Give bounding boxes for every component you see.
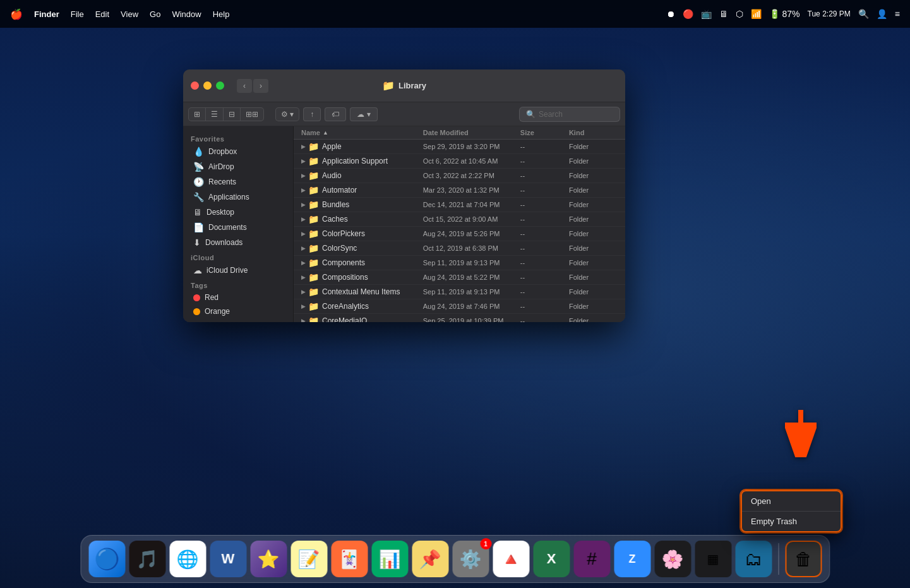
file-list: Name ▲ Date Modified Size Kind ▶📁Apple S…	[294, 126, 625, 322]
menubar-control-center[interactable]: ≡	[895, 9, 900, 19]
header-date[interactable]: Date Modified	[423, 129, 520, 136]
dock-item-trash[interactable]: 🗑	[785, 541, 822, 577]
sidebar-item-tag-yellow[interactable]: Yellow	[186, 318, 290, 322]
sidebar-item-downloads[interactable]: ⬇ Downloads	[186, 235, 290, 250]
documents-icon: 📄	[193, 222, 204, 232]
table-row[interactable]: ▶📁Bundles Dec 14, 2021 at 7:04 PM -- Fol…	[294, 198, 625, 212]
file-list-header: Name ▲ Date Modified Size Kind	[294, 126, 625, 140]
table-row[interactable]: ▶📁Caches Oct 15, 2022 at 9:00 AM -- Fold…	[294, 212, 625, 227]
minimize-button[interactable]	[203, 81, 212, 90]
table-row[interactable]: ▶📁Audio Oct 3, 2022 at 2:22 PM -- Folder	[294, 169, 625, 183]
sort-btn[interactable]: ⚙ ▾	[276, 108, 299, 121]
table-row[interactable]: ▶📁Contextual Menu Items Sep 11, 2019 at …	[294, 285, 625, 299]
finder-body: Favorites 💧 Dropbox 📡 AirDrop 🕐 Recents …	[183, 126, 625, 322]
sidebar-item-airdrop[interactable]: 📡 AirDrop	[186, 159, 290, 174]
dock-item-drive[interactable]: 🔺	[493, 541, 529, 577]
title-folder-icon: 📁	[382, 80, 395, 92]
dock-item-stickies[interactable]: 📌	[412, 541, 448, 577]
dock-item-word[interactable]: W	[210, 541, 246, 577]
favorites-label: Favorites	[183, 131, 293, 144]
dock-item-slack[interactable]: #	[573, 541, 610, 577]
view-list-btn[interactable]: ☰	[206, 108, 224, 121]
dock-item-reeder[interactable]: ⭐	[250, 541, 287, 577]
menubar-display[interactable]: 🖥	[719, 9, 728, 19]
dock: 🔵 🎵 🌐 W ⭐ 📝 🃏 📊 📌 ⚙️ 1 🔺 X #	[80, 535, 830, 583]
dock-item-finder[interactable]: 🔵	[88, 541, 125, 577]
trash-icon: 🗑	[794, 549, 812, 570]
table-row[interactable]: ▶📁Application Support Oct 6, 2022 at 10:…	[294, 154, 625, 169]
table-row[interactable]: ▶📁Apple Sep 29, 2019 at 3:20 PM -- Folde…	[294, 140, 625, 154]
dock-item-cards[interactable]: 🃏	[331, 541, 368, 577]
dock-item-mission-control[interactable]: ▦	[695, 541, 731, 577]
dock-item-zoom[interactable]: Z	[614, 541, 650, 577]
finder-window: ‹ › 📁 Library ⊞ ☰ ⊟ ⊞⊞ ⚙ ▾ ↑ 🏷 ☁ ▾ 🔍 Sea…	[183, 69, 625, 322]
view-button-group: ⊞ ☰ ⊟ ⊞⊞	[188, 107, 264, 121]
sidebar-tag-red-label: Red	[205, 293, 219, 302]
dock-item-finder2[interactable]: 🗂	[735, 541, 772, 577]
dock-item-numbers[interactable]: 📊	[371, 541, 408, 577]
menubar-view[interactable]: View	[121, 9, 138, 19]
close-button[interactable]	[191, 81, 199, 90]
menubar-window[interactable]: Window	[172, 9, 201, 19]
context-open[interactable]: Open	[742, 491, 841, 511]
view-column-btn[interactable]: ⊟	[224, 108, 241, 121]
table-row[interactable]: ▶📁Automator Mar 23, 2020 at 1:32 PM -- F…	[294, 183, 625, 198]
sidebar-item-tag-red[interactable]: Red	[186, 291, 290, 304]
traffic-lights	[191, 81, 224, 90]
share-btn[interactable]: ↑	[303, 107, 321, 121]
menubar-screen-record[interactable]: ⏺	[666, 9, 675, 19]
search-box[interactable]: 🔍 Search	[519, 107, 620, 122]
sidebar-item-documents[interactable]: 📄 Documents	[186, 220, 290, 235]
sidebar-item-recents[interactable]: 🕐 Recents	[186, 174, 290, 189]
header-name[interactable]: Name ▲	[301, 129, 423, 136]
menubar-bluetooth[interactable]: ⬡	[736, 9, 743, 19]
dock-item-excel[interactable]: X	[533, 541, 570, 577]
action-dropdown[interactable]: ☁ ▾	[350, 107, 377, 121]
airdrop-icon: 📡	[193, 162, 204, 172]
photos-icon: 🌸	[662, 549, 684, 570]
tag-btn[interactable]: 🏷	[325, 107, 346, 121]
dock-item-spotify[interactable]: 🎵	[129, 541, 165, 577]
sidebar-item-applications[interactable]: 🔧 Applications	[186, 189, 290, 205]
menubar-battery[interactable]: 🔋 87%	[769, 9, 800, 19]
menubar-search[interactable]: 🔍	[858, 9, 869, 19]
excel-icon: X	[547, 551, 556, 567]
menubar-go[interactable]: Go	[150, 9, 160, 19]
header-size[interactable]: Size	[520, 129, 569, 136]
menubar-help[interactable]: Help	[213, 9, 230, 19]
menubar-wifi[interactable]: 📶	[751, 9, 762, 19]
header-kind[interactable]: Kind	[569, 129, 618, 136]
table-row[interactable]: ▶📁Compositions Aug 24, 2019 at 5:22 PM -…	[294, 270, 625, 285]
apple-menu[interactable]: 🍎	[10, 8, 23, 20]
sidebar-item-icloud-drive[interactable]: ☁ iCloud Drive	[186, 263, 290, 278]
forward-button[interactable]: ›	[253, 79, 268, 93]
table-row[interactable]: ▶📁CoreAnalytics Aug 24, 2019 at 7:46 PM …	[294, 299, 625, 314]
menubar-airplay[interactable]: 📺	[701, 9, 712, 19]
menubar-finder[interactable]: Finder	[34, 9, 59, 19]
tags-label: Tags	[183, 278, 293, 291]
view-icon-btn[interactable]: ⊞	[189, 108, 206, 121]
dock-item-notes[interactable]: 📝	[290, 541, 327, 577]
menubar-extra1[interactable]: 🔴	[683, 9, 693, 19]
menubar-edit[interactable]: Edit	[95, 9, 109, 19]
sidebar-item-desktop[interactable]: 🖥 Desktop	[186, 205, 290, 220]
dock-item-gear[interactable]: ⚙️ 1	[452, 541, 489, 577]
menubar-file[interactable]: File	[71, 9, 84, 19]
dock-item-chrome[interactable]: 🌐	[169, 541, 206, 577]
drive-icon: 🔺	[500, 549, 522, 570]
applications-icon: 🔧	[193, 192, 204, 202]
table-row[interactable]: ▶📁Components Sep 11, 2019 at 9:13 PM -- …	[294, 256, 625, 270]
dock-item-photos[interactable]: 🌸	[654, 541, 691, 577]
view-gallery-btn[interactable]: ⊞⊞	[241, 108, 263, 121]
menubar-user[interactable]: 👤	[877, 9, 887, 19]
maximize-button[interactable]	[216, 81, 224, 90]
context-empty-trash[interactable]: Empty Trash	[742, 512, 841, 531]
table-row[interactable]: ▶📁CoreMediaIO Sep 25, 2019 at 10:39 PM -…	[294, 314, 625, 322]
table-row[interactable]: ▶📁ColorSync Oct 12, 2019 at 6:38 PM -- F…	[294, 241, 625, 256]
sidebar-item-dropbox[interactable]: 💧 Dropbox	[186, 144, 290, 159]
sidebar-tag-yellow-label: Yellow	[205, 321, 226, 322]
sidebar-item-tag-orange[interactable]: Orange	[186, 304, 290, 318]
back-button[interactable]: ‹	[237, 79, 252, 93]
table-row[interactable]: ▶📁ColorPickers Aug 24, 2019 at 5:26 PM -…	[294, 227, 625, 241]
menubar-right: ⏺ 🔴 📺 🖥 ⬡ 📶 🔋 87% Tue 2:29 PM 🔍 👤 ≡	[666, 9, 900, 19]
